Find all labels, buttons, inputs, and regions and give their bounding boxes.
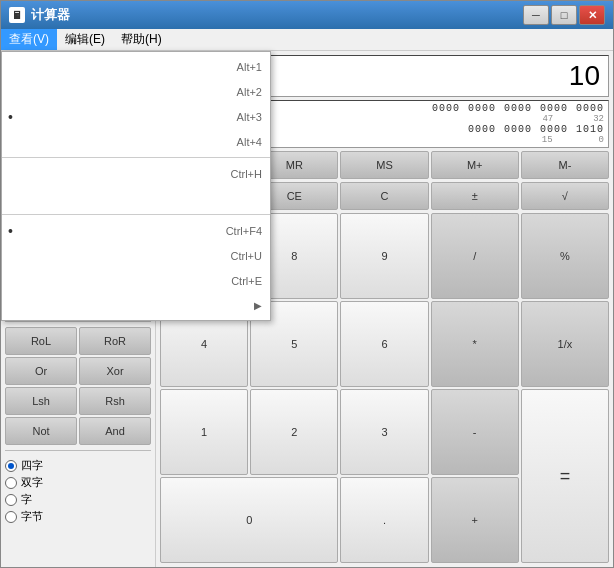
btn-9[interactable]: 9: [340, 213, 428, 299]
menu-unit[interactable]: 单位转换(U) Ctrl+U: [2, 243, 270, 268]
menu-standard[interactable]: 标准型(T) Alt+1: [2, 54, 270, 79]
display-value: 10: [569, 60, 600, 92]
calculator-window: 🖩 计算器 ─ □ ✕ 查看(V) 标准型(T) Alt+1 科学型(S) Al…: [0, 0, 614, 568]
maximize-button[interactable]: □: [551, 5, 577, 25]
radio-word[interactable]: 字: [5, 492, 151, 507]
btn-or[interactable]: Or: [5, 357, 77, 385]
btn-c[interactable]: C: [340, 182, 428, 210]
separator-2: [2, 214, 270, 215]
radio-byte[interactable]: 字节: [5, 509, 151, 524]
menu-history[interactable]: 历史记录(Y) Ctrl+H: [2, 161, 270, 186]
window-title: 计算器: [31, 6, 523, 24]
close-button[interactable]: ✕: [579, 5, 605, 25]
btn-percent[interactable]: %: [521, 213, 609, 299]
btn-ror[interactable]: RoR: [79, 327, 151, 355]
btn-ms[interactable]: MS: [340, 151, 428, 179]
bullet-icon: •: [8, 109, 13, 125]
title-bar: 🖩 计算器 ─ □ ✕: [1, 1, 613, 29]
btn-reciprocal[interactable]: 1/x: [521, 301, 609, 387]
bullet-icon-2: •: [8, 223, 13, 239]
btn-rol[interactable]: RoL: [5, 327, 77, 355]
menu-edit[interactable]: 编辑(E): [57, 29, 113, 50]
btn-row-or-xor: Or Xor: [5, 357, 151, 385]
radio-dword[interactable]: 双字: [5, 475, 151, 490]
menu-statistics[interactable]: 统计信息(A) Alt+4: [2, 129, 270, 154]
btn-plus[interactable]: +: [431, 477, 519, 563]
btn-1[interactable]: 1: [160, 389, 248, 475]
btn-xor[interactable]: Xor: [79, 357, 151, 385]
btn-sqrt[interactable]: √: [521, 182, 609, 210]
menu-digit-group[interactable]: 数字分组(I): [2, 186, 270, 211]
btn-mminus[interactable]: M-: [521, 151, 609, 179]
radio-qword-circle[interactable]: [5, 460, 17, 472]
btn-0[interactable]: 0: [160, 477, 338, 563]
menu-programmer[interactable]: • 程序员(P) Alt+3: [2, 104, 270, 129]
app-icon: 🖩: [9, 7, 25, 23]
view-dropdown: 标准型(T) Alt+1 科学型(S) Alt+2 • 程序员(P) Alt+3…: [1, 51, 271, 321]
menu-bar: 查看(V) 标准型(T) Alt+1 科学型(S) Alt+2 • 程序员(P)…: [1, 29, 613, 51]
menu-date[interactable]: 日期计算(D) Ctrl+E: [2, 268, 270, 293]
arrow-icon: ▶: [254, 300, 262, 311]
btn-decimal[interactable]: .: [340, 477, 428, 563]
btn-6[interactable]: 6: [340, 301, 428, 387]
radio-qword[interactable]: 四字: [5, 458, 151, 473]
btn-mplus[interactable]: M+: [431, 151, 519, 179]
btn-2[interactable]: 2: [250, 389, 338, 475]
menu-basic[interactable]: • 基本(B) Ctrl+F4: [2, 218, 270, 243]
btn-not[interactable]: Not: [5, 417, 77, 445]
btn-and[interactable]: And: [79, 417, 151, 445]
btn-multiply[interactable]: *: [431, 301, 519, 387]
menu-view[interactable]: 查看(V) 标准型(T) Alt+1 科学型(S) Alt+2 • 程序员(P)…: [1, 29, 57, 50]
btn-row-lsh-rsh: Lsh Rsh: [5, 387, 151, 415]
separator-mode: [5, 321, 151, 322]
minimize-button[interactable]: ─: [523, 5, 549, 25]
radio-dword-circle[interactable]: [5, 477, 17, 489]
btn-3[interactable]: 3: [340, 389, 428, 475]
btn-divide[interactable]: /: [431, 213, 519, 299]
btn-row-rol-ror: RoL RoR: [5, 327, 151, 355]
btn-equals[interactable]: =: [521, 389, 609, 563]
radio-byte-circle[interactable]: [5, 511, 17, 523]
btn-rsh[interactable]: Rsh: [79, 387, 151, 415]
menu-help[interactable]: 帮助(H): [113, 29, 170, 50]
btn-minus[interactable]: -: [431, 389, 519, 475]
separator-word: [5, 450, 151, 451]
menu-worksheet[interactable]: 工作表(W) ▶: [2, 293, 270, 318]
separator-1: [2, 157, 270, 158]
menu-scientific[interactable]: 科学型(S) Alt+2: [2, 79, 270, 104]
btn-lsh[interactable]: Lsh: [5, 387, 77, 415]
btn-negate[interactable]: ±: [431, 182, 519, 210]
btn-row-not-and: Not And: [5, 417, 151, 445]
window-controls: ─ □ ✕: [523, 5, 605, 25]
word-radios: 四字 双字 字 字节: [5, 456, 151, 526]
radio-word-circle[interactable]: [5, 494, 17, 506]
